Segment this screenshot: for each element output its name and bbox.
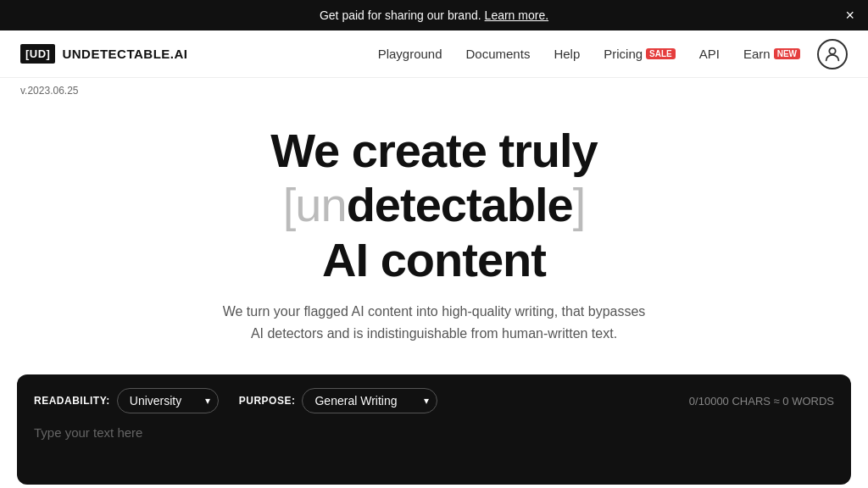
tool-controls: READABILITY: High School University Doct… bbox=[34, 388, 834, 413]
hero-description: We turn your flagged AI content into hig… bbox=[222, 301, 646, 344]
purpose-select[interactable]: General Writing Essay Article Marketing … bbox=[302, 388, 437, 413]
readability-label: READABILITY: bbox=[34, 395, 110, 407]
readability-select-wrapper: High School University Doctorate Journal… bbox=[117, 388, 219, 413]
purpose-group: PURPOSE: General Writing Essay Article M… bbox=[239, 388, 438, 413]
announcement-link[interactable]: Learn more. bbox=[485, 8, 548, 22]
announcement-bar: Get paid for sharing our brand. Learn mo… bbox=[0, 0, 868, 30]
nav-links: Playground Documents Help Pricing SALE A… bbox=[378, 47, 800, 61]
announcement-text: Get paid for sharing our brand. bbox=[320, 8, 481, 22]
purpose-label: PURPOSE: bbox=[239, 395, 296, 407]
char-count: 0/10000 CHARS ≈ 0 WORDS bbox=[689, 395, 834, 408]
logo[interactable]: [ud] UNDETECTABLE.AI bbox=[20, 44, 188, 64]
avatar bbox=[817, 39, 848, 69]
hero-line1: We create truly bbox=[270, 124, 597, 177]
hero-heading: We create truly [undetectable] AI conten… bbox=[17, 124, 851, 287]
nav-pricing[interactable]: Pricing SALE bbox=[604, 47, 676, 61]
navbar: [ud] UNDETECTABLE.AI Playground Document… bbox=[0, 30, 868, 78]
hero-section: We create truly [undetectable] AI conten… bbox=[0, 103, 868, 361]
hero-line2: [undetectable] bbox=[283, 178, 585, 231]
sale-badge: SALE bbox=[646, 48, 676, 59]
text-area-placeholder[interactable]: Type your text here bbox=[34, 425, 834, 468]
nav-help[interactable]: Help bbox=[554, 47, 580, 61]
nav-earn[interactable]: Earn NEW bbox=[743, 47, 800, 61]
svg-point-0 bbox=[829, 47, 835, 53]
nav-api[interactable]: API bbox=[699, 47, 720, 61]
close-announcement-button[interactable]: × bbox=[845, 8, 854, 23]
readability-select[interactable]: High School University Doctorate Journal… bbox=[117, 388, 219, 413]
nav-playground[interactable]: Playground bbox=[378, 47, 442, 61]
account-button[interactable] bbox=[817, 39, 848, 69]
version-label: v.2023.06.25 bbox=[0, 78, 868, 103]
logo-bracket: [ud] bbox=[20, 44, 55, 64]
hero-line3: AI content bbox=[322, 233, 546, 286]
logo-text: UNDETECTABLE.AI bbox=[62, 47, 187, 61]
nav-documents[interactable]: Documents bbox=[466, 47, 531, 61]
tool-panel: READABILITY: High School University Doct… bbox=[17, 374, 851, 485]
readability-group: READABILITY: High School University Doct… bbox=[34, 388, 219, 413]
new-badge: NEW bbox=[774, 48, 800, 59]
purpose-select-wrapper: General Writing Essay Article Marketing … bbox=[302, 388, 437, 413]
